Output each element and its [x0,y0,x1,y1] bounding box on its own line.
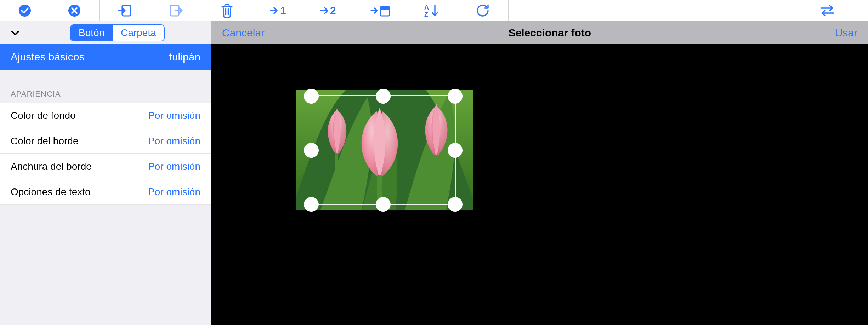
use-button[interactable]: Usar [835,27,857,39]
trash-icon [220,3,234,18]
refresh-icon [475,3,490,18]
export-icon [169,3,183,18]
svg-text:A: A [424,4,429,11]
row-text-options[interactable]: Opciones de texto Por omisión [0,179,211,205]
crop-handle-middle-right[interactable] [448,143,463,158]
row-value: Por omisión [148,161,200,172]
row-label: Opciones de texto [11,186,91,198]
row-value: Por omisión [148,135,200,147]
toolbar-sort[interactable]: A Z [406,0,457,21]
photo-picker-header: Cancelar Seleccionar foto Usar [211,21,868,44]
photo-preview [296,90,473,210]
x-circle-icon [67,4,81,18]
import-icon [118,3,132,18]
svg-text:Z: Z [424,11,428,18]
segment-button[interactable]: Botón [71,25,112,41]
segment-folder[interactable]: Carpeta [112,25,164,41]
top-toolbar: 1 2 A Z [0,0,868,21]
toolbar-delete[interactable] [202,0,253,21]
appearance-list: Color de fondo Por omisión Color del bor… [0,103,211,205]
tulip-image [296,90,473,210]
toolbar-goto-2[interactable]: 2 [304,0,355,21]
check-circle-icon [18,4,32,18]
row-value: Por omisión [148,186,200,198]
svg-text:1: 1 [280,5,286,16]
segmented-row: Botón Carpeta [0,21,211,44]
toolbar-select-all[interactable] [0,0,50,21]
crop-handle-top-left[interactable] [304,89,319,104]
svg-rect-7 [380,7,390,10]
section-header-appearance: APARIENCIA [0,70,211,103]
photo-crop-area[interactable] [211,44,868,325]
toolbar-goto-home[interactable] [355,0,406,21]
chevron-down-icon [10,28,20,38]
toolbar-deselect-all[interactable] [50,0,99,21]
toolbar-refresh[interactable] [457,0,508,21]
crop-handle-bottom-left[interactable] [304,197,319,212]
selected-label: Ajustes básicos [11,51,84,63]
toolbar-separator [508,0,509,21]
toolbar-import[interactable] [100,0,151,21]
selected-value: tulipán [169,51,200,63]
photo-picker-panel: Cancelar Seleccionar foto Usar [211,21,868,325]
sort-az-icon: A Z [424,3,440,18]
toolbar-swap[interactable] [810,0,845,21]
row-label: Color de fondo [11,110,76,121]
settings-panel: Botón Carpeta Ajustes básicos tulipán AP… [0,21,211,325]
goto-home-icon [370,3,391,18]
crop-handle-bottom-middle[interactable] [376,197,391,212]
svg-text:2: 2 [330,5,336,16]
row-value: Por omisión [148,110,200,121]
crop-handle-bottom-right[interactable] [448,197,463,212]
row-border-color[interactable]: Color del borde Por omisión [0,128,211,154]
crop-handle-top-right[interactable] [448,89,463,104]
row-background-color[interactable]: Color de fondo Por omisión [0,103,211,128]
picker-title: Seleccionar foto [509,27,591,39]
crop-handle-middle-left[interactable] [304,143,319,158]
row-label: Anchura del borde [11,161,92,172]
collapse-toggle[interactable] [10,28,21,38]
row-border-width[interactable]: Anchura del borde Por omisión [0,154,211,179]
goto-2-icon: 2 [319,4,339,18]
toolbar-goto-1[interactable]: 1 [253,0,304,21]
cancel-button[interactable]: Cancelar [222,27,265,39]
toolbar-export[interactable] [151,0,202,21]
segmented-control: Botón Carpeta [70,24,165,41]
goto-1-icon: 1 [269,4,288,18]
selected-settings-row[interactable]: Ajustes básicos tulipán [0,44,211,70]
swap-icon [819,4,836,18]
crop-handle-top-middle[interactable] [376,89,391,104]
row-label: Color del borde [11,135,78,147]
